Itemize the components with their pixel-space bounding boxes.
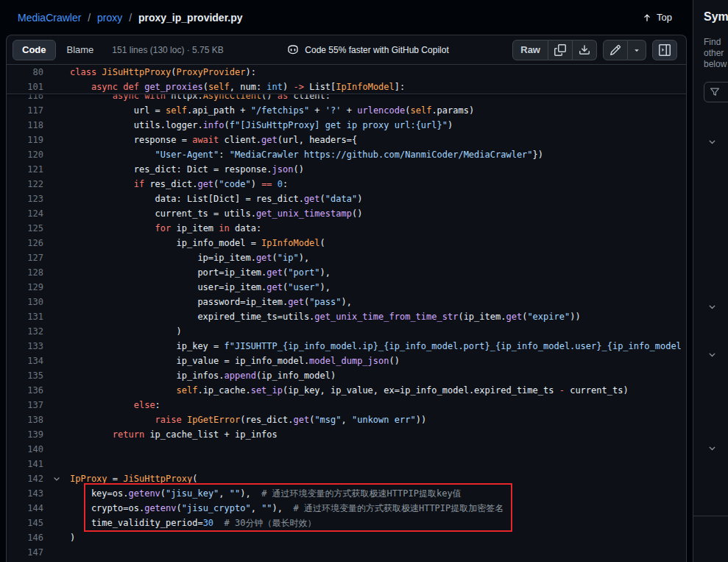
- line-number[interactable]: 130: [7, 295, 43, 309]
- filter-symbols-input[interactable]: [704, 82, 728, 102]
- line-number[interactable]: 135: [7, 368, 43, 383]
- collapse-chevron-icon[interactable]: [52, 474, 61, 483]
- line-number[interactable]: 117: [7, 103, 43, 118]
- line-gutter: [43, 545, 70, 560]
- code-row: 144 crypto=os.getenv("jisu_crypto", ""),…: [7, 501, 686, 516]
- code-line: ): [70, 530, 686, 545]
- code-row: 137 else:: [7, 398, 686, 412]
- line-number[interactable]: 145: [7, 516, 43, 530]
- line-gutter: [43, 295, 70, 309]
- line-number[interactable]: 126: [7, 236, 43, 250]
- breadcrumb-file-name: proxy_ip_provider.py: [138, 12, 243, 24]
- code-line: ip_key = f"JISUHTTP_{ip_info_model.ip}_{…: [70, 339, 686, 354]
- symbols-panel: Symbols Find other below: [693, 0, 728, 562]
- download-raw-button[interactable]: [573, 40, 597, 60]
- code-row: 140: [7, 442, 686, 457]
- code-line: async def get_proxies(self, num: int) ->…: [70, 80, 686, 94]
- code-line: ): [70, 324, 686, 339]
- chevron-down-icon[interactable]: [707, 350, 717, 359]
- code-row: 143 key=os.getenv("jisu_key", ""), # 通过环…: [7, 486, 686, 501]
- copilot-icon: [287, 44, 299, 56]
- symbols-description-line: other: [704, 48, 728, 59]
- tab-code[interactable]: Code: [13, 40, 56, 60]
- line-gutter: [43, 412, 70, 427]
- code-row: 119 response = await client.get(url, hea…: [7, 133, 686, 147]
- code-line: ip_value = ip_info_model.model_dump_json…: [70, 354, 686, 368]
- caret-down-icon: [632, 46, 641, 55]
- line-number[interactable]: 123: [7, 192, 43, 206]
- code-row: 132 ): [7, 324, 686, 339]
- line-gutter: [43, 368, 70, 383]
- copilot-banner[interactable]: Code 55% faster with GitHub Copilot: [287, 44, 448, 56]
- edit-button[interactable]: [603, 40, 628, 60]
- breadcrumb-folder-link[interactable]: proxy: [97, 12, 122, 24]
- line-gutter: [43, 354, 70, 368]
- line-gutter: [43, 383, 70, 398]
- line-number[interactable]: 140: [7, 442, 43, 457]
- line-number[interactable]: 143: [7, 486, 43, 501]
- line-number[interactable]: 144: [7, 501, 43, 516]
- line-number[interactable]: 138: [7, 412, 43, 427]
- file-toolbar: Code Blame 151 lines (130 loc) · 5.75 KB…: [7, 35, 686, 65]
- raw-button[interactable]: Raw: [512, 40, 548, 60]
- tab-blame[interactable]: Blame: [57, 40, 104, 60]
- code-row: 133 ip_key = f"JISUHTTP_{ip_info_model.i…: [7, 339, 686, 354]
- line-number[interactable]: 141: [7, 457, 43, 471]
- chevron-down-icon[interactable]: [707, 137, 717, 147]
- line-number[interactable]: 121: [7, 162, 43, 177]
- code-line: for ip_item in data:: [70, 221, 686, 236]
- code-row: 142IpProxy = JiSuHttpProxy(: [7, 471, 686, 486]
- line-number[interactable]: 116: [7, 94, 43, 103]
- code-line: ip_info_model = IpInfoModel(: [70, 236, 686, 250]
- line-gutter: [43, 65, 70, 80]
- line-number[interactable]: 129: [7, 280, 43, 295]
- line-gutter: [43, 501, 70, 516]
- line-gutter: [43, 471, 70, 486]
- filter-funnel-icon: [710, 87, 720, 97]
- code-line: data: List[Dict] = res_dict.get("data"): [70, 192, 686, 206]
- line-number[interactable]: 132: [7, 324, 43, 339]
- line-number[interactable]: 147: [7, 545, 43, 560]
- line-number[interactable]: 139: [7, 427, 43, 442]
- line-number[interactable]: 142: [7, 471, 43, 486]
- symbols-panel-toggle-button[interactable]: [652, 40, 677, 60]
- code-row: 131 expired_time_ts=utils.get_unix_time_…: [7, 309, 686, 324]
- code-line: else:: [70, 398, 686, 412]
- line-gutter: [43, 442, 70, 457]
- line-number[interactable]: 125: [7, 221, 43, 236]
- line-number[interactable]: 136: [7, 383, 43, 398]
- line-number[interactable]: 134: [7, 354, 43, 368]
- breadcrumb-repo-link[interactable]: MediaCrawler: [18, 12, 81, 24]
- line-number[interactable]: 118: [7, 118, 43, 133]
- chevron-down-icon[interactable]: [707, 302, 717, 312]
- line-number[interactable]: 128: [7, 265, 43, 280]
- line-number[interactable]: 127: [7, 250, 43, 265]
- copy-raw-button[interactable]: [548, 40, 573, 60]
- line-number[interactable]: 80: [7, 65, 43, 80]
- line-number[interactable]: 133: [7, 339, 43, 354]
- line-gutter: [43, 118, 70, 133]
- symbols-description-line: Find: [704, 37, 728, 48]
- edit-dropdown-button[interactable]: [628, 40, 646, 60]
- code-row: 101 async def get_proxies(self, num: int…: [7, 80, 686, 94]
- code-line: ip=ip_item.get("ip"),: [70, 250, 686, 265]
- line-number[interactable]: 119: [7, 133, 43, 147]
- code-row: 147: [7, 545, 686, 560]
- code-row: 145 time_validity_period=30 # 30分钟（最长时效）: [7, 516, 686, 530]
- code-line: async with httpx.AsyncClient() as client…: [70, 94, 686, 103]
- code-row: 130 password=ip_item.get("pass"),: [7, 295, 686, 309]
- chevron-down-icon[interactable]: [707, 443, 717, 453]
- line-number[interactable]: 101: [7, 80, 43, 94]
- line-gutter: [43, 516, 70, 530]
- code-line: raise IpGetError(res_dict.get("msg", "un…: [70, 412, 686, 427]
- line-number[interactable]: 146: [7, 530, 43, 545]
- line-number[interactable]: 124: [7, 206, 43, 221]
- scroll-to-top-button[interactable]: Top: [636, 9, 678, 26]
- line-number[interactable]: 120: [7, 147, 43, 162]
- line-number[interactable]: 137: [7, 398, 43, 412]
- symbols-description-line: below: [704, 59, 728, 70]
- code-row: 127 ip=ip_item.get("ip"),: [7, 250, 686, 265]
- line-number[interactable]: 131: [7, 309, 43, 324]
- line-number[interactable]: 122: [7, 177, 43, 192]
- code-lines: 117 url = self.api_path + "/fetchips" + …: [7, 103, 686, 560]
